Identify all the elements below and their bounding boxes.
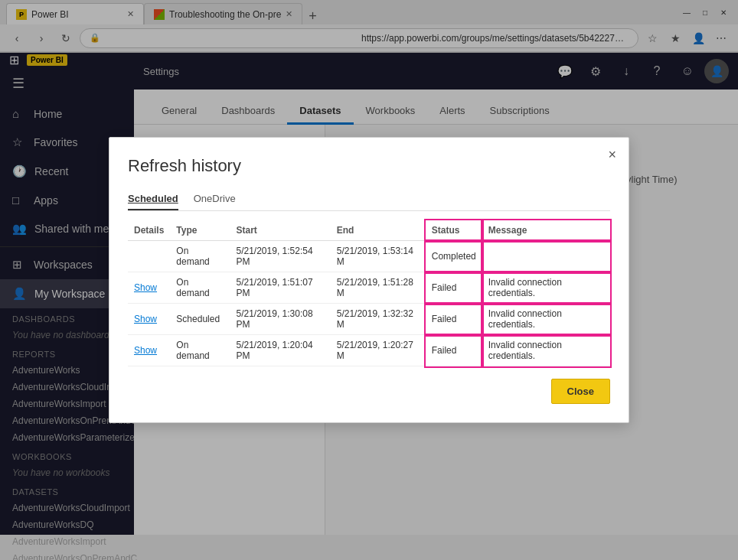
- row4-status: Failed: [426, 335, 482, 366]
- modal-close-btn[interactable]: Close: [551, 379, 610, 404]
- col-message: Message: [482, 220, 610, 241]
- row3-type: Scheduled: [170, 304, 230, 335]
- refresh-history-table: Details Type Start End Status Message On…: [128, 220, 610, 366]
- row4-details[interactable]: Show: [128, 335, 170, 366]
- row2-details[interactable]: Show: [128, 272, 170, 304]
- col-details: Details: [128, 220, 170, 241]
- row3-status: Failed: [426, 304, 482, 335]
- modal-tab-scheduled[interactable]: Scheduled: [128, 188, 178, 210]
- row1-details: [128, 241, 170, 272]
- row4-start: 5/21/2019, 1:20:04 PM: [230, 335, 331, 366]
- modal-tab-onedrive[interactable]: OneDrive: [194, 188, 236, 210]
- col-status: Status: [426, 220, 482, 241]
- table-row: Show On demand 5/21/2019, 1:20:04 PM 5/2…: [128, 335, 610, 366]
- row3-end: 5/21/2019, 1:32:32 M: [331, 304, 426, 335]
- row2-type: On demand: [170, 272, 230, 304]
- row1-start: 5/21/2019, 1:52:54 PM: [230, 241, 331, 272]
- row1-message: [482, 241, 610, 272]
- modal-footer: Close: [128, 379, 610, 404]
- col-type: Type: [170, 220, 230, 241]
- row3-details[interactable]: Show: [128, 304, 170, 335]
- table-row: On demand 5/21/2019, 1:52:54 PM 5/21/201…: [128, 241, 610, 272]
- row4-end: 5/21/2019, 1:20:27 M: [331, 335, 426, 366]
- table-row: Show Scheduled 5/21/2019, 1:30:08 PM 5/2…: [128, 304, 610, 335]
- row2-message: Invalid connection credentials.: [482, 272, 610, 304]
- row2-end: 5/21/2019, 1:51:28 M: [331, 272, 426, 304]
- col-start: Start: [230, 220, 331, 241]
- modal-tabs-bar: Scheduled OneDrive: [128, 188, 610, 211]
- row1-end: 5/21/2019, 1:53:14 M: [331, 241, 426, 272]
- row2-status: Failed: [426, 272, 482, 304]
- row2-start: 5/21/2019, 1:51:07 PM: [230, 272, 331, 304]
- row4-message: Invalid connection credentials.: [482, 335, 610, 366]
- row4-type: On demand: [170, 335, 230, 366]
- refresh-history-modal: × Refresh history Scheduled OneDrive Det…: [109, 137, 629, 423]
- modal-close-button[interactable]: ×: [608, 147, 616, 163]
- table-row: Show On demand 5/21/2019, 1:51:07 PM 5/2…: [128, 272, 610, 304]
- row3-message: Invalid connection credentials.: [482, 304, 610, 335]
- row1-status: Completed: [426, 241, 482, 272]
- col-end: End: [331, 220, 426, 241]
- modal-overlay: × Refresh history Scheduled OneDrive Det…: [0, 0, 738, 560]
- row1-type: On demand: [170, 241, 230, 272]
- row3-start: 5/21/2019, 1:30:08 PM: [230, 304, 331, 335]
- modal-title: Refresh history: [128, 156, 610, 176]
